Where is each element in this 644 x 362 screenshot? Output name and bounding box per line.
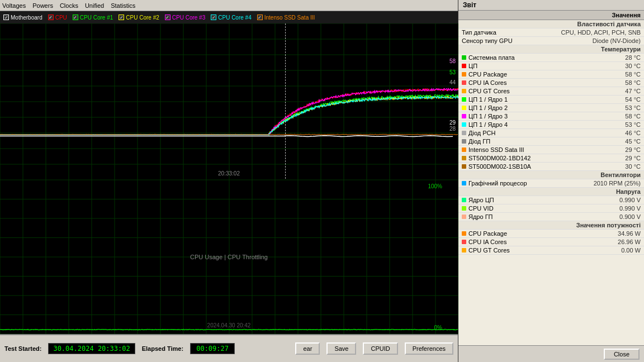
sensor-value: 0.990 V	[545, 204, 644, 213]
sensor-category-0: Властивості датчика	[458, 20, 644, 28]
sensor-value: 0.900 V	[545, 213, 644, 221]
table-row: ЦП 1 / Ядро 3 58 °C	[458, 112, 644, 121]
temp-label-53: 53	[449, 69, 456, 75]
menu-bar: Voltages Powers Clocks Unified Statistic…	[0, 0, 458, 11]
preferences-button[interactable]: Preferences	[405, 342, 453, 355]
table-row: CPU IA Cores 58 °C	[458, 79, 644, 87]
table-row: Графічний процесор 2010 RPM (25%)	[458, 179, 644, 188]
sensor-name: CPU Package	[458, 70, 545, 79]
temp-label-44: 44	[449, 79, 456, 85]
table-row: ST500DM002-1SB10A 30 °C	[458, 163, 644, 171]
table-row: CPU Package 58 °C	[458, 70, 644, 79]
sensor-value: CPU, HDD, ACPI, PCH, SNB	[545, 28, 644, 37]
cpu-usage-graph: CPU Usage | CPU Throttling 100% 0% 2024.…	[0, 180, 458, 334]
sensor-name: CPU VID	[458, 204, 545, 213]
sensor-value: 53 °C	[545, 121, 644, 129]
table-row: Ядро ЦП 0.990 V	[458, 196, 644, 204]
table-row: CPU GT Cores 0.00 W	[458, 246, 644, 255]
sensor-value: 34.96 W	[545, 230, 644, 238]
sensor-value: 53 °C	[545, 104, 644, 112]
sensor-value: 29 °C	[545, 146, 644, 154]
cpuid-button[interactable]: CPUID	[363, 342, 397, 355]
table-row: Intenso SSD Sata III 29 °C	[458, 146, 644, 154]
col-value: Значення	[545, 11, 644, 20]
sensor-value: 58 °C	[545, 79, 644, 87]
sensor-value: 29 °C	[545, 154, 644, 163]
table-row: Системна плата 28 °C	[458, 54, 644, 62]
menu-clocks[interactable]: Clocks	[60, 2, 78, 9]
menu-powers[interactable]: Powers	[32, 2, 53, 9]
table-row: Діод PCH 46 °C	[458, 129, 644, 137]
sensor-item-6[interactable]: Intenso SSD Sata III	[257, 15, 315, 21]
table-row: CPU Package 34.96 W	[458, 230, 644, 238]
sensor-category-3: Напруга	[458, 188, 644, 196]
table-row: Діод ГП 45 °C	[458, 137, 644, 146]
time-label: 20:33:02	[218, 170, 240, 177]
elapsed-label: Elapsed Time:	[142, 345, 183, 352]
sensor-name: Ядро ГП	[458, 213, 545, 221]
sensor-name: ЦП	[458, 62, 545, 70]
sensor-item-2[interactable]: CPU Core #1	[73, 15, 113, 21]
save-button[interactable]: Save	[326, 342, 356, 355]
sensor-name: CPU GT Cores	[458, 87, 545, 96]
table-row: ЦП 1 / Ядро 2 53 °C	[458, 104, 644, 112]
sensor-value: 46 °C	[545, 129, 644, 137]
sensor-name: CPU IA Cores	[458, 79, 545, 87]
sensor-name: Графічний процесор	[458, 179, 545, 188]
sensor-value: 30 °C	[545, 62, 644, 70]
sensor-value: Diode (NV-Diode)	[545, 37, 644, 45]
right-header: Звіт	[458, 0, 644, 11]
sensor-checkbox-row: MotherboardCPUCPU Core #1CPU Core #2CPU …	[0, 11, 458, 23]
sensor-item-3[interactable]: CPU Core #2	[119, 15, 159, 21]
sensor-category-4: Значення потужності	[458, 221, 644, 230]
col-sensor	[458, 11, 545, 20]
temperature-graph: 58 53 44 29 28 20:33:02	[0, 23, 458, 180]
table-row: Тип датчика CPU, HDD, ACPI, PCH, SNB	[458, 28, 644, 37]
temp-label-29: 29	[449, 120, 456, 126]
menu-unified[interactable]: Unified	[85, 2, 104, 9]
sensor-name: Діод ГП	[458, 137, 545, 146]
table-row: Сенсор типу GPU Diode (NV-Diode)	[458, 37, 644, 45]
sensor-item-5[interactable]: CPU Core #4	[211, 15, 251, 21]
sensor-item-1[interactable]: CPU	[48, 15, 67, 21]
sensor-category-2: Вентилятори	[458, 171, 644, 179]
percent-0-label: 0%	[434, 325, 442, 331]
report-title: Звіт	[463, 1, 476, 9]
menu-statistics[interactable]: Statistics	[111, 2, 135, 9]
temp-label-28: 28	[449, 126, 456, 132]
temp-label-58: 58	[449, 58, 456, 64]
ear-button[interactable]: ear	[295, 342, 320, 355]
elapsed-value: 00:09:27	[190, 343, 235, 354]
sensor-name: Системна плата	[458, 54, 545, 62]
sensor-name: Діод PCH	[458, 129, 545, 137]
sensor-name: CPU IA Cores	[458, 238, 545, 246]
start-label: Test Started:	[4, 345, 41, 352]
sensor-item-0[interactable]: Motherboard	[3, 15, 42, 21]
sensor-name: Тип датчика	[458, 28, 545, 37]
cpu-graph-label: CPU Usage | CPU Throttling	[190, 254, 268, 260]
close-button[interactable]: Close	[604, 349, 640, 360]
sensor-value: 30 °C	[545, 163, 644, 171]
sensor-name: ST500DM002-1SB10A	[458, 163, 545, 171]
sensor-value: 0.00 W	[545, 246, 644, 255]
sensor-name: CPU Package	[458, 230, 545, 238]
sensor-item-4[interactable]: CPU Core #3	[165, 15, 205, 21]
sensor-value: 0.990 V	[545, 196, 644, 204]
sensor-value: 54 °C	[545, 96, 644, 104]
sensor-category-1: Температури	[458, 45, 644, 54]
sensor-name: Сенсор типу GPU	[458, 37, 545, 45]
table-row: CPU VID 0.990 V	[458, 204, 644, 213]
bottom-bar: Test Started: 30.04.2024 20:33:02 Elapse…	[0, 334, 458, 362]
sensor-value: 45 °C	[545, 137, 644, 146]
percent-100-label: 100%	[428, 183, 442, 189]
sensor-data-table: Значення Властивості датчика Тип датчика…	[458, 11, 644, 345]
menu-voltages[interactable]: Voltages	[2, 2, 26, 9]
sensor-name: ЦП 1 / Ядро 3	[458, 112, 545, 121]
table-row: ЦП 1 / Ядро 1 54 °C	[458, 96, 644, 104]
table-row: ЦП 30 °C	[458, 62, 644, 70]
sensor-name: ST500DM002-1BD142	[458, 154, 545, 163]
sensor-name: ЦП 1 / Ядро 2	[458, 104, 545, 112]
table-row: CPU IA Cores 26.96 W	[458, 238, 644, 246]
sensor-value: 26.96 W	[545, 238, 644, 246]
sensor-value: 28 °C	[545, 54, 644, 62]
